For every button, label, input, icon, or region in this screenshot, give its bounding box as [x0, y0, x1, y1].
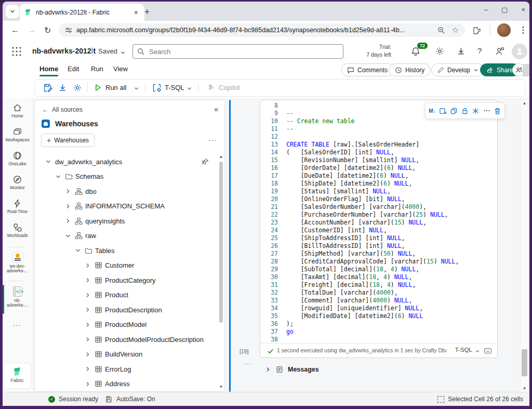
nav-workspace-ws-dev[interactable]: ws-dev- advwrks-...: [3, 252, 32, 273]
code-line-14[interactable]: 14( [SalesOrderID] [int] NULL,: [260, 149, 493, 156]
explorer-more-icon[interactable]: ...: [208, 135, 217, 142]
code-line-30[interactable]: 30 [TaxAmt] [decimal](18, 4) NULL,: [260, 273, 493, 281]
tree-item-queryinsights[interactable]: queryinsights: [35, 214, 218, 229]
code-line-12[interactable]: 12: [260, 133, 493, 141]
code-line-13[interactable]: 13CREATE TABLE [raw].[SalesOrderHeader]: [260, 141, 493, 149]
markdown-icon[interactable]: M↓: [429, 108, 435, 114]
code-line-22[interactable]: 22 [PurchaseOrderNumber] [varchar](25) N…: [260, 211, 493, 219]
code-line-25[interactable]: 25 [ShipToAddressID] [int] NULL,: [260, 234, 493, 242]
tree-item-ProductDescription[interactable]: ProductDescription: [35, 302, 218, 318]
nav-workspaces[interactable]: Workspaces: [3, 127, 32, 142]
window-minimize-button[interactable]: –: [484, 6, 488, 14]
run-all-label[interactable]: Run all: [105, 84, 126, 91]
tree-item-Tables[interactable]: Tables: [35, 243, 218, 258]
code-line-38[interactable]: 38: [260, 336, 493, 344]
session-status[interactable]: ✓ Session ready: [48, 392, 98, 406]
code-line-27[interactable]: 27 [ShipMethod] [varchar](50) NULL,: [260, 250, 493, 258]
bookmark-star-icon[interactable]: ☆: [452, 25, 459, 35]
tree-item-BuildVersion[interactable]: BuildVersion: [35, 347, 218, 362]
code-line-23[interactable]: 23 [AccountNumber] [varchar](15) NULL,: [260, 219, 493, 227]
save-icon[interactable]: [43, 83, 52, 93]
copy-cell-icon[interactable]: [450, 107, 458, 115]
fabric-logo-card[interactable]: Fabric: [4, 363, 31, 388]
chevron-right-icon[interactable]: [85, 277, 91, 283]
tree-item-Address[interactable]: Address: [35, 377, 218, 392]
scroll-down-icon[interactable]: ▼: [522, 386, 527, 391]
history-button[interactable]: History: [389, 63, 431, 76]
export-icon[interactable]: [58, 83, 67, 92]
save-status[interactable]: Saved: [98, 47, 117, 55]
browser-tab[interactable]: nb-advwrks-2012lt - Fabric ×: [20, 4, 144, 21]
add-warehouses-button[interactable]: + Warehouses: [41, 134, 95, 147]
develop-button[interactable]: Develop: [431, 63, 485, 76]
messages-section[interactable]: Messages: [265, 366, 319, 373]
nav-home[interactable]: Home: [3, 103, 32, 118]
tab-view[interactable]: View: [113, 65, 128, 73]
chevron-down-icon[interactable]: [65, 233, 71, 239]
tab-search-button[interactable]: [6, 5, 19, 18]
freeze-cell-icon[interactable]: [472, 107, 480, 115]
tree-item-INFORMATION_SCHEMA[interactable]: INFORMATION_SCHEMA: [35, 199, 218, 214]
extensions-icon[interactable]: [473, 26, 481, 34]
nav-notebook-current[interactable]: </> nb- advwrks-...: [3, 286, 32, 308]
autosave-status[interactable]: AutoSave: On: [105, 392, 155, 406]
chevron-right-icon[interactable]: [85, 322, 91, 328]
collapse-pane-icon[interactable]: «: [214, 105, 218, 113]
pin-icon[interactable]: [201, 157, 209, 165]
nav-realtime[interactable]: Real-Time: [3, 199, 32, 214]
feedback-icon[interactable]: [495, 46, 505, 56]
cell-language[interactable]: T-SQL: [455, 347, 472, 353]
tree-item-Product[interactable]: Product: [35, 288, 218, 303]
trial-status[interactable]: Trial: 7 days left: [361, 43, 391, 59]
tree-item-ProductCategory[interactable]: ProductCategory: [35, 273, 218, 288]
chevron-right-icon[interactable]: [65, 188, 71, 194]
chevron-right-icon[interactable]: [85, 366, 91, 372]
more-icon[interactable]: [483, 107, 490, 114]
code-line-28[interactable]: 28 [CreditCardApprovalCode] [varchar](15…: [260, 258, 493, 266]
tab-home[interactable]: Home: [39, 65, 58, 73]
nav-monitor[interactable]: Monitor: [3, 175, 32, 190]
code-line-32[interactable]: 32 [TotalDue] [varchar](4000),: [260, 289, 493, 297]
chevron-right-icon[interactable]: [85, 381, 91, 387]
tree-item-ProductModel[interactable]: ProductModel: [35, 318, 218, 333]
browser-menu-icon[interactable]: [520, 25, 527, 35]
code-cell[interactable]: 89--10-- Create new table11--1213CREATE …: [260, 100, 498, 358]
site-settings-icon[interactable]: [65, 27, 72, 34]
waffle-icon[interactable]: [11, 46, 22, 57]
code-line-37[interactable]: 37go: [260, 328, 493, 336]
lock-cell-icon[interactable]: [461, 107, 469, 115]
chevron-right-icon[interactable]: [85, 292, 91, 298]
all-sources-back[interactable]: ← All sources: [42, 106, 83, 113]
explorer-scrollbar[interactable]: ▲ ▼: [219, 154, 223, 389]
download-icon[interactable]: [457, 47, 466, 56]
code-line-21[interactable]: 21 [SalesOrderNumber] [varchar](4000),: [260, 203, 493, 211]
code-line-17[interactable]: 17 [DueDate] [datetime2](6) NULL,: [260, 172, 493, 180]
code-line-19[interactable]: 19 [Status] [smallint] NULL,: [260, 188, 493, 195]
chevron-down-icon[interactable]: [45, 159, 51, 165]
search-input[interactable]: [148, 47, 339, 56]
code-line-35[interactable]: 35 [ModifiedDate] [datetime2](6) NULL: [260, 312, 493, 320]
chevron-down-icon[interactable]: [134, 86, 139, 91]
code-line-16[interactable]: 16 [OrderDate] [datetime2](6) NULL,: [260, 164, 493, 172]
address-bar[interactable]: app.fabric.microsoft.com/groups/f2b0f1b9…: [59, 23, 465, 37]
scroll-up-icon[interactable]: ▲: [219, 154, 223, 159]
user-avatar[interactable]: [512, 44, 527, 59]
tree-item-Customer[interactable]: Customer: [35, 258, 218, 273]
code-line-11[interactable]: 11--: [260, 125, 493, 133]
run-all-icon[interactable]: [94, 84, 102, 91]
chevron-right-icon[interactable]: [85, 307, 91, 313]
chevron-right-icon[interactable]: [85, 262, 91, 269]
keyboard-icon[interactable]: [484, 347, 492, 355]
chevron-down-icon[interactable]: [187, 86, 192, 91]
scrollbar-thumb[interactable]: [219, 162, 223, 323]
code-line-15[interactable]: 15 [RevisionNumber] [smallint] NULL,: [260, 156, 493, 164]
cell-language-label[interactable]: T-SQL: [165, 84, 184, 91]
tree-item-raw[interactable]: raw: [35, 229, 218, 244]
chevron-right-icon[interactable]: [85, 351, 91, 358]
zoom-out-icon[interactable]: [437, 27, 445, 34]
tab-run[interactable]: Run: [91, 65, 103, 73]
tree-item-Schemas[interactable]: Schemas: [35, 169, 218, 184]
tree-item-ErrorLog[interactable]: ErrorLog: [35, 362, 218, 377]
code-line-31[interactable]: 31 [Freight] [decimal](18, 4) NULL,: [260, 281, 493, 289]
cell-gutter-more[interactable]: ...: [244, 359, 251, 365]
